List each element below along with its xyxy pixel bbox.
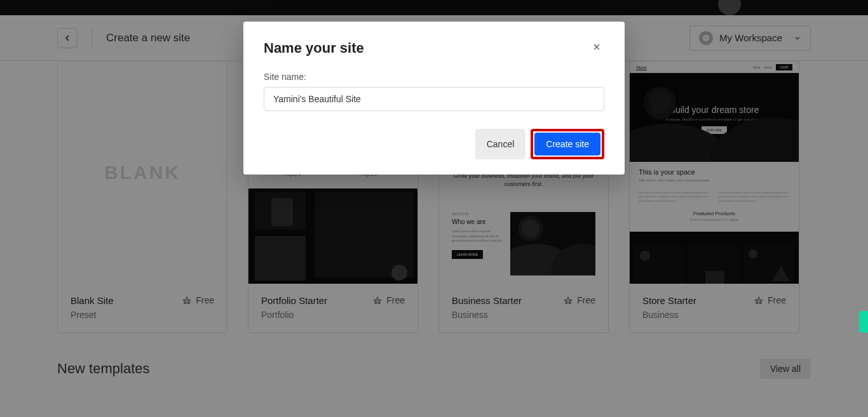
help-tab[interactable] [859, 311, 868, 333]
site-name-input[interactable] [264, 87, 604, 111]
modal-title: Name your site [264, 40, 364, 56]
cancel-button[interactable]: Cancel [475, 129, 526, 159]
close-button[interactable] [589, 38, 604, 58]
site-name-label: Site name: [264, 72, 604, 82]
create-site-button[interactable]: Create site [534, 133, 600, 156]
close-icon [592, 42, 602, 52]
name-your-site-modal: Name your site Site name: Cancel Create … [243, 22, 625, 175]
highlight-box: Create site [531, 129, 604, 159]
